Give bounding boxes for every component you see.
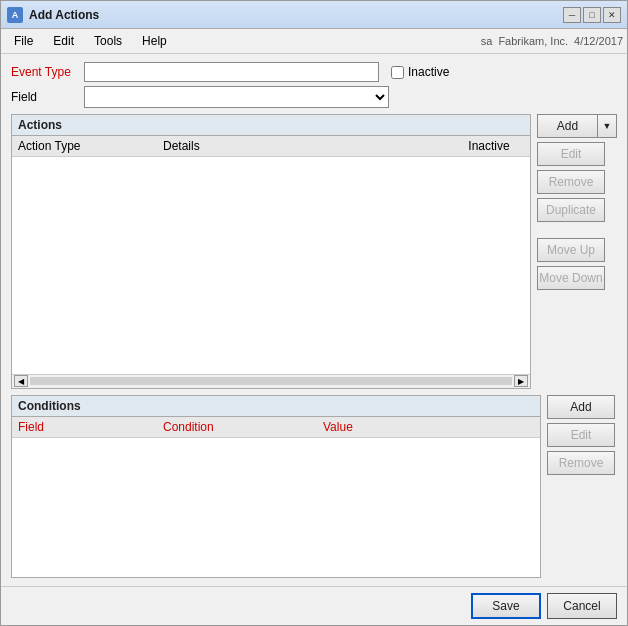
move-up-button[interactable]: Move Up: [537, 238, 605, 262]
main-content: Event Type Inactive Field Actions Action…: [1, 54, 627, 586]
menu-tools[interactable]: Tools: [85, 31, 131, 51]
info-company: Fabrikam, Inc.: [498, 35, 568, 47]
col-action-type: Action Type: [18, 139, 163, 153]
duplicate-action-button[interactable]: Duplicate: [537, 198, 605, 222]
menu-bar: File Edit Tools Help sa Fabrikam, Inc. 4…: [1, 29, 627, 54]
col-value: Value: [323, 420, 483, 434]
main-window: A Add Actions ─ □ ✕ File Edit Tools Help…: [0, 0, 628, 626]
actions-section: Actions Action Type Details Inactive ◀ ▶: [11, 114, 531, 389]
event-type-input[interactable]: [84, 62, 379, 82]
close-button[interactable]: ✕: [603, 7, 621, 23]
field-label: Field: [11, 90, 76, 104]
edit-action-button[interactable]: Edit: [537, 142, 605, 166]
actions-section-header: Actions: [12, 115, 530, 136]
conditions-buttons: Add Edit Remove: [547, 395, 617, 578]
menu-help[interactable]: Help: [133, 31, 176, 51]
save-button[interactable]: Save: [471, 593, 541, 619]
field-row: Field: [11, 86, 617, 108]
event-type-row: Event Type Inactive: [11, 62, 617, 82]
form-area: Event Type Inactive Field: [11, 62, 617, 108]
col-field: Field: [18, 420, 163, 434]
minimize-button[interactable]: ─: [563, 7, 581, 23]
actions-table-body: [12, 157, 530, 374]
bottom-bar: Save Cancel: [1, 586, 627, 625]
conditions-table-body: [12, 438, 540, 577]
menu-edit[interactable]: Edit: [44, 31, 83, 51]
conditions-area: Conditions Field Condition Value Add Edi…: [11, 395, 617, 578]
inactive-checkbox[interactable]: [391, 66, 404, 79]
actions-area: Actions Action Type Details Inactive ◀ ▶…: [11, 114, 617, 389]
move-down-button[interactable]: Move Down: [537, 266, 605, 290]
conditions-section-header: Conditions: [12, 396, 540, 417]
add-condition-button[interactable]: Add: [547, 395, 615, 419]
scroll-left-arrow[interactable]: ◀: [14, 375, 28, 387]
actions-table-header: Action Type Details Inactive: [12, 136, 530, 157]
field-select[interactable]: [84, 86, 389, 108]
window-title: Add Actions: [29, 8, 563, 22]
inactive-label: Inactive: [408, 65, 449, 79]
inactive-row: Inactive: [391, 65, 449, 79]
add-action-label: Add: [538, 115, 598, 137]
cancel-button[interactable]: Cancel: [547, 593, 617, 619]
restore-button[interactable]: □: [583, 7, 601, 23]
remove-action-button[interactable]: Remove: [537, 170, 605, 194]
conditions-section: Conditions Field Condition Value: [11, 395, 541, 578]
col-condition: Condition: [163, 420, 323, 434]
scroll-right-arrow[interactable]: ▶: [514, 375, 528, 387]
col-inactive: Inactive: [454, 139, 524, 153]
app-icon: A: [7, 7, 23, 23]
col-details: Details: [163, 139, 454, 153]
actions-scrollbar: ◀ ▶: [12, 374, 530, 388]
scroll-track[interactable]: [30, 377, 512, 385]
event-type-label: Event Type: [11, 65, 76, 79]
info-user: sa: [481, 35, 493, 47]
window-controls: ─ □ ✕: [563, 7, 621, 23]
actions-buttons: Add ▼ Edit Remove Duplicate Move Up Move…: [537, 114, 617, 389]
remove-condition-button[interactable]: Remove: [547, 451, 615, 475]
edit-condition-button[interactable]: Edit: [547, 423, 615, 447]
info-date: 4/12/2017: [574, 35, 623, 47]
title-bar: A Add Actions ─ □ ✕: [1, 1, 627, 29]
add-action-split-button[interactable]: Add ▼: [537, 114, 617, 138]
conditions-table-header: Field Condition Value: [12, 417, 540, 438]
menu-file[interactable]: File: [5, 31, 42, 51]
add-dropdown-arrow: ▼: [598, 115, 616, 137]
